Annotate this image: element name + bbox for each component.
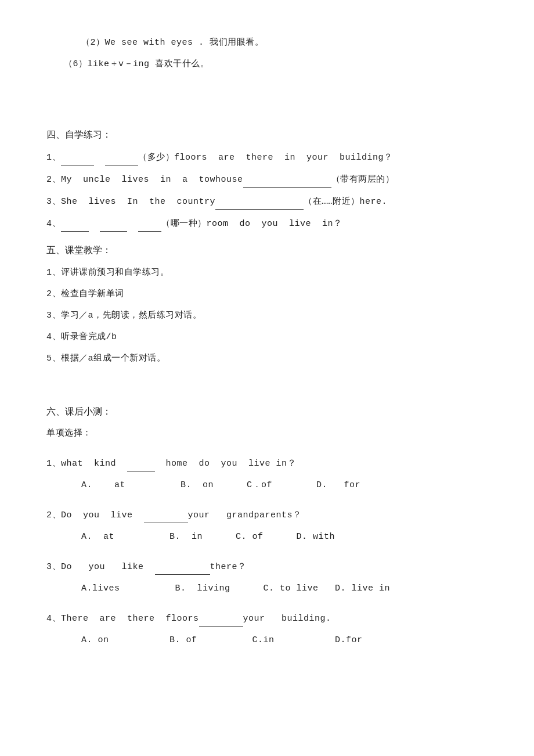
section-6-title: 六、课后小测：: [46, 404, 488, 420]
section-6-q2-options: A. at B. in C. of D. with: [46, 529, 488, 545]
section-5-item-5: 5、根据／a组成一个新对话。: [46, 351, 488, 366]
section-6-subtitle: 单项选择：: [46, 426, 488, 441]
section-4-item-2: 2、My uncle lives in a towhouse （带有两层的）: [46, 171, 488, 188]
section-6-q1-options: A. at B. on C．of D. for: [46, 477, 488, 493]
intro-line-1: （2）We see with eyes . 我们用眼看。: [46, 35, 488, 51]
blank-4b: [100, 215, 128, 232]
blank-q4: [199, 610, 243, 627]
section-4-title: 四、自学练习：: [46, 127, 488, 143]
section-6-q2-stem: 2、Do you live your grandparents？: [46, 507, 488, 523]
blank-3: [215, 193, 304, 210]
section-5-item-2: 2、检查自学新单词: [46, 286, 488, 302]
section-5-item-1: 1、评讲课前预习和自学练习。: [46, 265, 488, 280]
section-6-q3-options: A.lives B. living C. to live D. live in: [46, 581, 488, 596]
intro-line-2: （6）like＋v－ing 喜欢干什么。: [46, 56, 488, 72]
blank-4c: [138, 215, 161, 232]
section-4: 四、自学练习： 1、 （多少）floors are there in your …: [46, 127, 488, 232]
blank-4a: [61, 215, 89, 232]
blank-q3: [155, 559, 210, 575]
blank-q1: [127, 455, 155, 471]
section-6-q3-stem: 3、Do you like there？: [46, 559, 488, 575]
section-4-item-1: 1、 （多少）floors are there in your building…: [46, 149, 488, 165]
blank-2: [243, 171, 331, 188]
section-6-q4-stem: 4、There are there floors your building.: [46, 610, 488, 627]
section-6-q1-stem: 1、what kind home do you live in？: [46, 455, 488, 471]
section-5-item-4: 4、听录音完成/b: [46, 329, 488, 345]
section-6: 六、课后小测： 单项选择： 1、what kind home do you li…: [46, 404, 488, 649]
section-4-item-4: 4、 （哪一种）room do you live in？: [46, 215, 488, 232]
blank-1a: [61, 149, 94, 165]
intro-section: （2）We see with eyes . 我们用眼看。 （6）like＋v－i…: [46, 35, 488, 72]
section-4-item-3: 3、She lives In the country （在……附近）here.: [46, 193, 488, 210]
section-5: 五、课堂教学： 1、评讲课前预习和自学练习。 2、检查自学新单词 3、学习／a，…: [46, 242, 488, 366]
section-5-title: 五、课堂教学：: [46, 242, 488, 259]
section-5-item-3: 3、学习／a，先朗读，然后练习对话。: [46, 308, 488, 323]
section-6-q4-options: A. on B. of C.in D.for: [46, 632, 488, 648]
blank-1b: [105, 149, 138, 165]
blank-q2: [144, 507, 188, 523]
